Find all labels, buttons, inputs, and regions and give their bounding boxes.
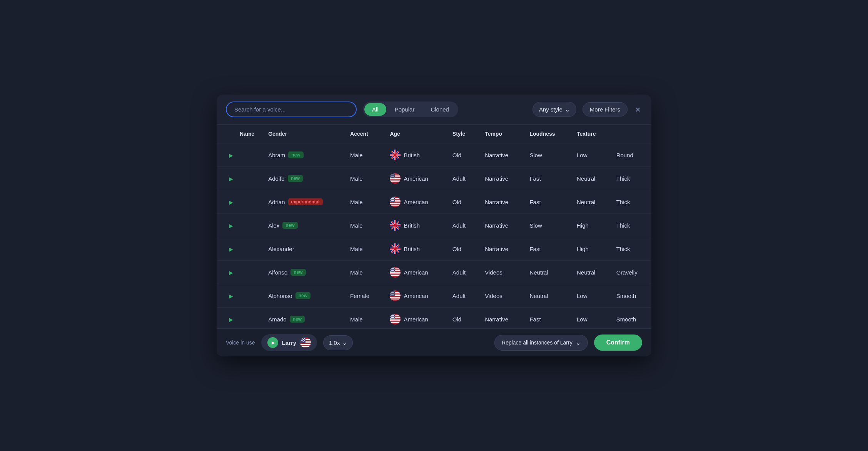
svg-point-124 — [392, 295, 392, 296]
svg-point-149 — [392, 318, 392, 319]
svg-rect-13 — [390, 180, 401, 180]
accent-label: British — [404, 222, 420, 229]
svg-point-46 — [392, 198, 393, 199]
col-header-texture: Texture — [570, 125, 609, 143]
filter-tab-cloned[interactable]: Cloned — [423, 103, 457, 116]
svg-rect-132 — [390, 322, 401, 323]
voice-in-use-label: Voice in use — [226, 339, 255, 346]
more-filters-button[interactable]: More Filters — [583, 102, 628, 116]
voice-age: Adult — [446, 167, 478, 190]
voice-age: Adult — [446, 284, 478, 308]
voice-accent: American — [390, 290, 438, 301]
svg-point-100 — [393, 271, 394, 272]
svg-rect-39 — [390, 205, 401, 206]
svg-point-44 — [394, 197, 395, 198]
voice-style: Narrative — [478, 237, 522, 261]
voice-badge: new — [288, 151, 303, 158]
voice-tempo: Fast — [522, 190, 570, 214]
svg-point-135 — [392, 315, 392, 315]
svg-point-99 — [392, 271, 392, 272]
voice-accent: British — [390, 150, 438, 160]
svg-point-18 — [393, 174, 394, 175]
voice-chip: Larry — [261, 334, 317, 351]
svg-point-47 — [393, 198, 394, 199]
svg-point-57 — [393, 201, 394, 202]
play-button-6[interactable] — [224, 293, 238, 299]
voice-texture: Smooth — [609, 308, 651, 329]
voice-style: Videos — [478, 284, 522, 308]
svg-point-98 — [391, 271, 391, 272]
filter-tabs: AllPopularCloned — [363, 102, 458, 117]
svg-point-119 — [394, 293, 395, 294]
svg-point-126 — [394, 295, 395, 296]
voice-gender: Female — [343, 284, 383, 308]
table-row: AlexanderMale BritishOldNarrativeFastHig… — [217, 237, 651, 261]
svg-point-93 — [393, 270, 394, 270]
play-button-7[interactable] — [224, 316, 238, 323]
svg-point-28 — [392, 176, 393, 177]
voice-accent: British — [390, 220, 438, 231]
play-button-1[interactable] — [224, 176, 238, 182]
svg-point-43 — [393, 197, 394, 198]
american-flag-icon — [390, 173, 401, 184]
speed-selector-button[interactable]: 1.0x — [323, 335, 353, 350]
voice-accent: American — [390, 173, 438, 184]
voice-play-button[interactable] — [267, 337, 278, 348]
voice-accent: American — [390, 196, 438, 207]
american-flag-icon — [390, 314, 401, 325]
svg-point-143 — [393, 316, 394, 317]
svg-point-95 — [391, 270, 392, 271]
svg-point-161 — [302, 339, 302, 340]
svg-point-158 — [301, 338, 302, 339]
svg-point-17 — [392, 174, 392, 175]
svg-point-134 — [391, 315, 391, 315]
filter-tab-all[interactable]: All — [364, 103, 386, 116]
replace-all-button[interactable]: Replace all instances of Larry — [494, 335, 588, 351]
svg-point-88 — [391, 268, 392, 269]
british-flag-icon — [390, 220, 401, 231]
play-icon — [272, 340, 275, 345]
confirm-button[interactable]: Confirm — [594, 335, 642, 351]
svg-point-112 — [394, 291, 395, 292]
play-button-0[interactable] — [224, 152, 238, 158]
svg-point-109 — [391, 291, 391, 292]
svg-point-96 — [392, 270, 393, 271]
svg-point-91 — [391, 270, 391, 270]
svg-point-41 — [391, 197, 391, 198]
voice-name-text: Alphonso — [268, 293, 292, 299]
style-filter-button[interactable]: Any style — [532, 102, 576, 117]
svg-rect-156 — [300, 346, 311, 347]
svg-point-121 — [392, 294, 393, 295]
play-button-5[interactable] — [224, 270, 238, 276]
svg-point-58 — [394, 201, 395, 202]
replace-chevron-icon — [576, 339, 581, 346]
voice-loudness: Low — [570, 284, 609, 308]
table-row: AlphonsonewFemale AmericanAdultVideosNeu… — [217, 284, 651, 308]
svg-point-23 — [391, 176, 391, 176]
svg-point-49 — [392, 199, 392, 200]
voice-age: Adult — [446, 261, 478, 284]
voice-texture: Thick — [609, 167, 651, 190]
col-header-name: Name — [217, 125, 261, 143]
col-header-style: Style — [446, 125, 478, 143]
accent-label: American — [404, 316, 428, 323]
play-button-2[interactable] — [224, 199, 238, 205]
voice-badge: experimental — [288, 198, 323, 205]
voice-texture: Thick — [609, 214, 651, 237]
modal-footer: Voice in use Larry — [217, 328, 651, 356]
svg-point-89 — [392, 268, 393, 269]
play-button-4[interactable] — [224, 246, 238, 252]
svg-point-145 — [391, 317, 392, 318]
play-button-3[interactable] — [224, 223, 238, 229]
filter-tab-popular[interactable]: Popular — [387, 103, 422, 116]
svg-point-162 — [303, 339, 304, 340]
voice-name-text: Abram — [268, 152, 285, 158]
accent-label: American — [404, 199, 428, 205]
svg-point-146 — [392, 317, 393, 318]
close-button[interactable]: × — [634, 103, 642, 116]
svg-point-97 — [393, 270, 394, 271]
voice-gender: Male — [343, 261, 383, 284]
search-input[interactable] — [226, 102, 357, 117]
voice-texture: Thick — [609, 190, 651, 214]
svg-point-90 — [393, 268, 394, 269]
